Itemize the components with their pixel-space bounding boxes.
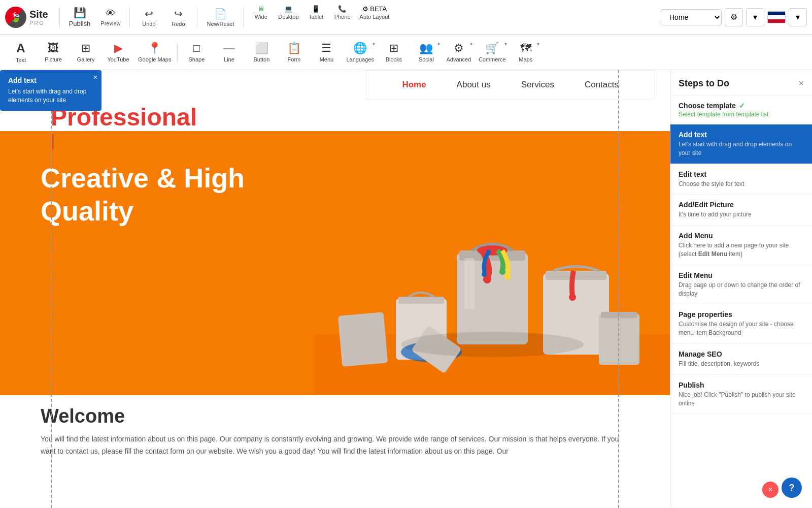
tablet-button[interactable]: 📱 Tablet — [304, 3, 328, 31]
dismiss-button[interactable]: × — [762, 482, 779, 498]
publish-icon: 💾 — [74, 7, 86, 19]
svg-rect-16 — [599, 314, 639, 365]
expand-button[interactable]: ▾ — [746, 8, 764, 26]
redo-label: Redo — [172, 21, 185, 27]
languages-tool[interactable]: 🌐 Languages — [343, 37, 377, 68]
line-icon: — — [223, 42, 234, 55]
line-tool[interactable]: — Line — [213, 37, 245, 68]
maps-tool[interactable]: 🗺 Maps — [510, 37, 542, 68]
preview-icon: 👁 — [106, 8, 116, 19]
social-label: Social — [419, 56, 434, 62]
blocks-tool[interactable]: ⊞ Blocks — [378, 37, 410, 68]
picture-label: Picture — [45, 56, 62, 62]
step-add-menu-title: Add Menu — [679, 232, 804, 240]
picture-tool[interactable]: 🖼 Picture — [38, 37, 69, 68]
preview-label: Preview — [100, 20, 120, 26]
redo-button[interactable]: ↪ Redo — [164, 3, 192, 31]
logo-sub: PRO — [29, 20, 48, 26]
phone-button[interactable]: 📞 Phone — [330, 3, 355, 31]
topbar-separator-2 — [129, 7, 130, 27]
commerce-tool[interactable]: 🛒 Commerce — [476, 37, 509, 68]
topbar-separator-1 — [59, 7, 60, 27]
tooltip-close-button[interactable]: × — [93, 73, 97, 81]
undo-button[interactable]: ↩ Undo — [135, 3, 162, 31]
picture-icon: 🖼 — [48, 42, 59, 55]
preview-button[interactable]: 👁 Preview — [96, 3, 124, 31]
preview-nav: Home About us Services Contacts — [366, 70, 655, 100]
commerce-label: Commerce — [479, 56, 506, 62]
new-reset-button[interactable]: 📄 New/Reset — [202, 3, 238, 31]
form-label: Form — [288, 56, 301, 62]
redo-icon: ↪ — [174, 8, 183, 20]
nav-home[interactable]: Home — [387, 80, 441, 90]
nav-services[interactable]: Services — [506, 80, 569, 90]
settings-button[interactable]: ⚙ — [725, 8, 743, 26]
tooltip-title: Add text — [8, 76, 93, 84]
step-choose-template[interactable]: Choose template ✓ Select template from t… — [670, 96, 812, 124]
step-add-text-desc: Let's start with drag and drop elements … — [679, 140, 804, 157]
step-edit-menu[interactable]: Edit Menu Drag page up or down to change… — [670, 265, 812, 305]
step-add-menu[interactable]: Add Menu Click here to add a new page to… — [670, 226, 812, 265]
add-text-tooltip: × Add text Let's start with drag and dro… — [0, 70, 101, 111]
edit-menu-bold: Edit Menu — [698, 250, 727, 258]
step-add-menu-desc: Click here to add a new page to your sit… — [679, 241, 804, 259]
step-add-picture-title: Add/Edit Picture — [679, 201, 804, 209]
step-page-properties[interactable]: Page properties Customise the design of … — [670, 304, 812, 344]
step-add-text[interactable]: Add text Let's start with drag and drop … — [670, 124, 812, 164]
step-publish[interactable]: Publish Nice job! Click "Publish" to pub… — [670, 375, 812, 415]
youtube-tool[interactable]: ▶ YouTube — [103, 37, 134, 68]
youtube-label: YouTube — [107, 56, 129, 62]
step-page-properties-title: Page properties — [679, 310, 804, 319]
advanced-icon: ⚙ — [454, 42, 464, 55]
home-dropdown[interactable]: Home — [661, 9, 722, 25]
canvas-area: × Add text Let's start with drag and dro… — [0, 70, 812, 508]
advanced-tool[interactable]: ⚙ Advanced — [443, 37, 475, 68]
gallery-label: Gallery — [77, 56, 95, 62]
svg-point-9 — [504, 274, 511, 280]
shape-tool[interactable]: □ Shape — [181, 37, 212, 68]
commerce-icon: 🛒 — [485, 42, 499, 55]
step-edit-menu-title: Edit Menu — [679, 271, 804, 279]
language-flag[interactable] — [767, 11, 786, 23]
guide-line-right — [618, 70, 619, 508]
logo: 🍃 Site PRO — [5, 7, 48, 28]
site-preview: Professional | Home About us Services Co… — [0, 70, 670, 508]
svg-rect-14 — [546, 271, 606, 280]
step-manage-seo[interactable]: Manage SEO Fill title, description, keyw… — [670, 344, 812, 375]
svg-rect-17 — [601, 312, 637, 318]
gallery-tool[interactable]: ⊞ Gallery — [70, 37, 101, 68]
step-edit-text-desc: Choose the style for text — [679, 180, 804, 188]
form-tool[interactable]: 📋 Form — [278, 37, 310, 68]
step-add-picture[interactable]: Add/Edit Picture It's time to add your p… — [670, 195, 812, 226]
menu-label: Menu — [320, 56, 334, 62]
step-edit-text[interactable]: Edit text Choose the style for text — [670, 164, 812, 195]
wide-label: Wide — [255, 14, 267, 20]
menu-icon: ☰ — [321, 42, 331, 55]
auto-layout-icon: ⚙ BETA — [362, 5, 387, 13]
text-tool[interactable]: A Text — [5, 37, 37, 68]
tooltip-body: Let's start with drag and drop elements … — [8, 87, 93, 105]
welcome-text: You will find the latest information abo… — [41, 433, 629, 458]
steps-close-button[interactable]: × — [798, 78, 804, 89]
publish-label: Publish — [69, 20, 91, 27]
nav-contacts[interactable]: Contacts — [569, 80, 634, 90]
youtube-icon: ▶ — [114, 42, 123, 55]
publish-button[interactable]: 💾 Publish — [65, 3, 95, 31]
steps-title: Steps to Do — [679, 78, 729, 89]
google-maps-tool[interactable]: 📍 Google Maps — [135, 37, 174, 68]
flag-expand-button[interactable]: ▾ — [789, 8, 807, 26]
wide-button[interactable]: 🖥 Wide — [249, 3, 273, 31]
svg-point-20 — [401, 332, 584, 357]
menu-tool[interactable]: ☰ Menu — [311, 37, 342, 68]
nav-about[interactable]: About us — [442, 80, 506, 90]
desktop-button[interactable]: 💻 Desktop — [275, 3, 301, 31]
undo-label: Undo — [142, 21, 155, 27]
hero-line1: Creative & High — [41, 162, 245, 195]
tablet-label: Tablet — [309, 14, 323, 20]
auto-layout-button[interactable]: ⚙ BETA Auto Layout — [357, 3, 393, 31]
social-tool[interactable]: 👥 Social — [411, 37, 442, 68]
toolbar: A Text 🖼 Picture ⊞ Gallery ▶ YouTube 📍 G… — [0, 35, 812, 70]
button-tool[interactable]: ⬜ Button — [246, 37, 277, 68]
check-icon: ✓ — [739, 102, 745, 110]
help-button[interactable]: ? — [782, 478, 802, 498]
